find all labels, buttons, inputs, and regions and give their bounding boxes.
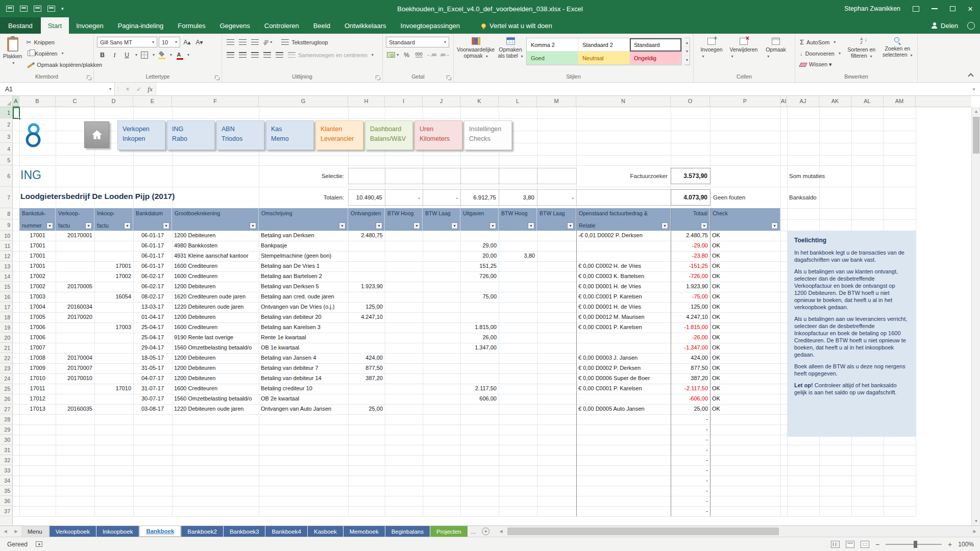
cell[interactable]: OK: [710, 271, 780, 282]
sheet-tab-beginbalans[interactable]: Beginbalans: [385, 526, 430, 537]
row-header-25[interactable]: 25: [0, 384, 12, 394]
column-header-H[interactable]: H: [348, 96, 385, 107]
cell[interactable]: 17007: [19, 343, 56, 353]
cell[interactable]: 1620 Crediteuren oude jaren: [172, 292, 259, 302]
cell[interactable]: [56, 261, 94, 271]
cell[interactable]: [385, 292, 423, 302]
cell[interactable]: [423, 343, 460, 353]
filter-icon[interactable]: ▾: [451, 222, 458, 229]
row-header-33[interactable]: 33: [0, 465, 12, 475]
cell[interactable]: 125,00: [348, 302, 385, 312]
cell[interactable]: Betaling van Jansen 4: [259, 353, 348, 363]
cell[interactable]: [385, 231, 423, 241]
cell[interactable]: [499, 343, 537, 353]
insert-function-button[interactable]: fx: [144, 83, 156, 95]
cell[interactable]: -75,00: [671, 292, 710, 302]
cell[interactable]: 4931 Kleine aanschaf kantoor: [172, 251, 259, 261]
cell[interactable]: 17001: [19, 261, 56, 271]
cell[interactable]: 1200 Debiteuren: [172, 373, 259, 384]
cell[interactable]: 17002: [19, 282, 56, 292]
cell[interactable]: 1200 Debiteuren: [172, 231, 259, 241]
cell[interactable]: -151,25: [671, 261, 710, 271]
gallery-more-icon[interactable]: ▼: [684, 56, 690, 65]
cell[interactable]: [537, 404, 576, 414]
row-header-6[interactable]: 6: [0, 165, 12, 187]
cell[interactable]: 31-05-17: [133, 363, 172, 373]
column-header-I[interactable]: I: [385, 96, 423, 107]
total-cell[interactable]: -: [423, 189, 461, 206]
cell[interactable]: 606,00: [460, 394, 499, 404]
cell[interactable]: 20170004: [56, 353, 94, 363]
nav-button-dashboard-balans-w-v[interactable]: DashboardBalans/W&V: [365, 120, 413, 150]
factuurzoeker-value[interactable]: 3.573,90: [671, 168, 710, 184]
cell[interactable]: [94, 333, 133, 343]
cell[interactable]: -: [671, 424, 710, 435]
cell[interactable]: [94, 394, 133, 404]
cell[interactable]: € 0,00 D0003 J. Jansen: [576, 353, 671, 363]
column-header-J[interactable]: J: [423, 96, 460, 107]
gallery-up-icon[interactable]: ▲: [684, 38, 690, 47]
increase-decimal-button[interactable]: ←,00: [426, 49, 437, 60]
zoom-out-icon[interactable]: −: [875, 541, 879, 548]
cell[interactable]: -€ 0,01 D0002 P. Derksen: [576, 231, 671, 241]
nav-button-uren-kilometers[interactable]: UrenKilometers: [414, 120, 462, 150]
cell[interactable]: 17011: [19, 384, 56, 394]
underline-button[interactable]: U: [121, 49, 132, 60]
cell[interactable]: -1.347,00: [671, 343, 710, 353]
cell[interactable]: [423, 261, 460, 271]
cell[interactable]: 06-02-17: [133, 282, 172, 292]
qat-table-icon[interactable]: [34, 6, 41, 12]
cell[interactable]: 1600 Crediteuren: [172, 271, 259, 282]
cell[interactable]: Betaling van Derksen: [259, 231, 348, 241]
wrap-text-button[interactable]: Tekstterugloop: [280, 37, 330, 47]
row-header-7[interactable]: 7: [0, 187, 12, 208]
filter-icon[interactable]: ▾: [771, 222, 778, 229]
row-header-11[interactable]: 11: [0, 241, 12, 251]
cell[interactable]: [576, 189, 671, 206]
cell[interactable]: € 0,00 C0001 P. Karelsen: [576, 384, 671, 394]
sheet-tab-kasboek[interactable]: Kasboek: [308, 526, 343, 537]
cell[interactable]: [423, 302, 460, 312]
cell[interactable]: 17003: [94, 322, 133, 333]
cell[interactable]: € 0,00 D0006 Super de Boer: [576, 373, 671, 384]
row-header-14[interactable]: 14: [0, 271, 12, 282]
orientation-button[interactable]: ab▾: [262, 37, 273, 47]
new-sheet-icon[interactable]: +: [482, 528, 489, 535]
cell[interactable]: [576, 394, 671, 404]
cell[interactable]: 25-04-17: [133, 322, 172, 333]
row-header-19[interactable]: 19: [0, 322, 12, 333]
column-header-P[interactable]: P: [710, 96, 780, 107]
row-header-20[interactable]: 20: [0, 333, 12, 343]
cell[interactable]: [348, 343, 385, 353]
decrease-decimal-button[interactable]: ,00→: [439, 49, 450, 60]
align-top-button[interactable]: [225, 37, 236, 47]
column-header-N[interactable]: N: [576, 96, 671, 107]
expand-formula-bar-icon[interactable]: ▾: [968, 83, 980, 95]
formula-bar-divider[interactable]: ⋮: [115, 83, 122, 95]
cell[interactable]: 01-04-17: [133, 312, 172, 322]
cell[interactable]: [385, 282, 423, 292]
dialog-launcher-icon[interactable]: [447, 76, 451, 80]
cell[interactable]: 26,00: [460, 333, 499, 343]
cell[interactable]: Betaling van debiteur 20: [259, 312, 348, 322]
total-cell[interactable]: -: [537, 189, 577, 206]
row-header-26[interactable]: 26: [0, 394, 12, 404]
column-header-AL[interactable]: AL: [851, 96, 884, 107]
macro-record-icon[interactable]: [36, 541, 42, 547]
bold-button[interactable]: B: [97, 49, 108, 60]
cell[interactable]: € 0,00 C0002 H. de Vries: [576, 261, 671, 271]
cell[interactable]: € 0,00 D0005 Auto Jansen: [576, 404, 671, 414]
cell[interactable]: 1200 Debiteuren: [172, 363, 259, 373]
row-header-13[interactable]: 13: [0, 261, 12, 271]
ribbon-display-options-icon[interactable]: [913, 6, 919, 12]
row-header-8[interactable]: 8: [0, 208, 12, 219]
cell[interactable]: [385, 322, 423, 333]
cell[interactable]: [348, 322, 385, 333]
cell[interactable]: 1200 Debiteuren: [172, 282, 259, 292]
fill-color-button[interactable]: [156, 49, 167, 60]
cell[interactable]: 04-07-17: [133, 373, 172, 384]
zoom-slider[interactable]: [886, 544, 942, 545]
cell[interactable]: [460, 282, 499, 292]
cell[interactable]: [499, 353, 537, 363]
decrease-indent-button[interactable]: [262, 49, 273, 60]
